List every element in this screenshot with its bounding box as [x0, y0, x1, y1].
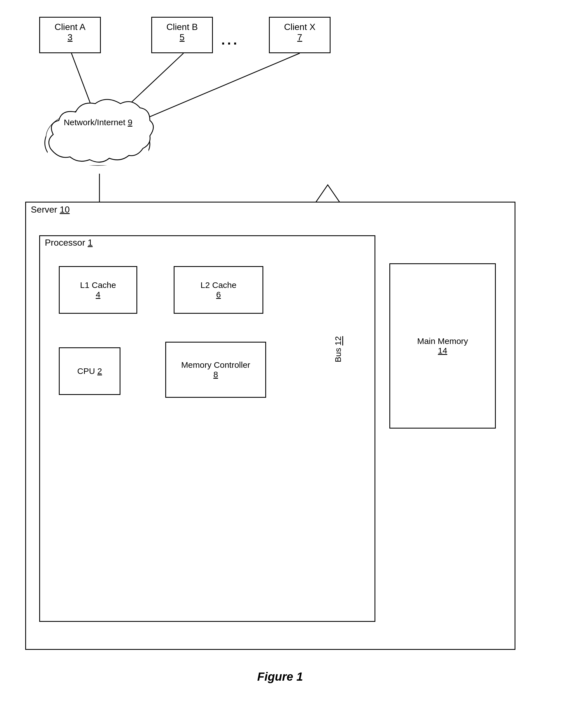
ellipsis: ...	[221, 32, 239, 48]
cpu-label: CPU 2	[77, 366, 102, 376]
client-a-label: Client A	[46, 22, 94, 32]
client-b-label: Client B	[158, 22, 206, 32]
svg-line-1	[112, 53, 183, 120]
l1-cache-box: L1 Cache 4	[59, 266, 137, 314]
server-label: Server 10	[31, 204, 70, 215]
memory-controller-num: 8	[213, 370, 218, 379]
client-x-box: Client X 7	[269, 17, 331, 53]
svg-line-2	[134, 53, 300, 123]
processor-label: Processor 1	[45, 238, 93, 248]
main-memory-label: Main Memory	[417, 336, 468, 346]
svg-line-0	[71, 53, 99, 127]
client-b-num: 5	[158, 32, 206, 43]
svg-point-5	[108, 127, 150, 161]
bus-label: Bus 12	[333, 336, 343, 362]
client-a-num: 3	[46, 32, 94, 43]
client-a-box: Client A 3	[39, 17, 101, 53]
cpu-box: CPU 2	[59, 347, 120, 395]
diagram-container: Client A 3 Client B 5 ... Client X 7 Net…	[17, 11, 543, 706]
memory-controller-label: Memory Controller	[181, 360, 250, 370]
figure-caption: Figure 1	[17, 670, 543, 683]
svg-rect-9	[48, 132, 148, 165]
memory-controller-box: Memory Controller 8	[165, 342, 266, 398]
client-b-box: Client B 5	[151, 17, 213, 53]
l1-cache-label: L1 Cache	[80, 280, 116, 290]
l2-cache-box: L2 Cache 6	[174, 266, 263, 314]
main-memory-num: 14	[438, 346, 447, 355]
l2-cache-label: L2 Cache	[201, 280, 236, 290]
l2-cache-num: 6	[216, 290, 221, 299]
svg-point-4	[45, 123, 90, 162]
client-x-num: 7	[275, 32, 324, 43]
main-memory-box: Main Memory 14	[389, 263, 496, 429]
network-label: Network/Internet 9	[39, 118, 157, 127]
l1-cache-num: 4	[96, 290, 101, 299]
client-x-label: Client X	[275, 22, 324, 32]
